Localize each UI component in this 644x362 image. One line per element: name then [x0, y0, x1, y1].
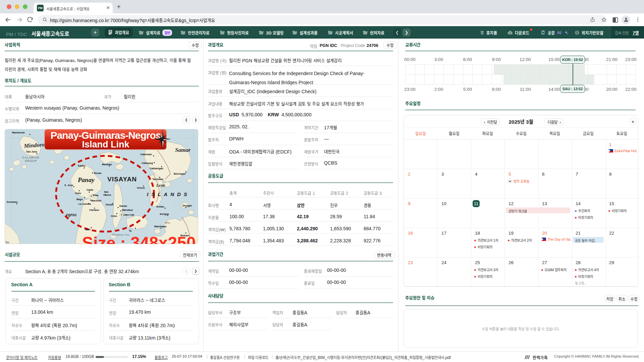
svg-text:Borongan: Borongan [174, 172, 186, 175]
svg-text:Lapu-Lap: Lapu-Lap [123, 213, 134, 216]
svg-text:VISAYAN: VISAYAN [107, 176, 137, 183]
svg-text:Size : 348x250: Size : 348x250 [82, 234, 196, 244]
svg-text:Canlaon: Canlaon [89, 208, 99, 212]
svg-text:Bago: Bago [76, 198, 83, 201]
svg-text:CALAMIAN: CALAMIAN [22, 156, 39, 159]
svg-text:Catarman: Catarman [140, 153, 152, 156]
svg-text:San: San [104, 190, 109, 193]
svg-text:Masbate: Masbate [102, 163, 112, 166]
svg-text:Cadiz: Cadiz [87, 188, 93, 191]
svg-text:Iloilo: Iloilo [75, 192, 81, 195]
svg-text:Su: Su [5, 240, 9, 244]
svg-text:La Carlota: La Carlota [78, 202, 91, 205]
svg-text:egros: egros [66, 212, 77, 217]
svg-text:Bacolod: Bacolod [91, 199, 101, 202]
svg-text:Mandaue: Mandaue [122, 208, 133, 212]
svg-text:Surigao: Surigao [160, 213, 169, 216]
svg-text:Dinagat: Dinagat [182, 204, 192, 207]
svg-text:Silay: Silay [93, 194, 99, 197]
svg-text:Dumaran: Dumaran [7, 200, 18, 203]
svg-text:Anilao: Anilao [156, 205, 164, 208]
svg-text:Mamburao: Mamburao [12, 131, 25, 134]
svg-text:San Jose: San Jose [26, 150, 37, 153]
svg-text:Tacloban: Tacloban [152, 178, 163, 181]
svg-text:ISLANDS: ISLANDS [147, 191, 190, 197]
svg-text:Danao: Danao [119, 204, 127, 207]
svg-text:Samar: Samar [175, 147, 191, 153]
svg-text:Cebu: Cebu [111, 215, 117, 218]
svg-text:Mambajao: Mambajao [154, 225, 167, 228]
svg-text:Calbayog: Calbayog [142, 162, 153, 165]
svg-text:Ormoc: Ormoc [137, 186, 145, 189]
svg-text:Bais: Bais [85, 228, 91, 231]
svg-text:Leyte: Leyte [156, 183, 165, 188]
svg-text:Island Link: Island Link [82, 139, 129, 149]
svg-text:Panay: Panay [77, 176, 95, 183]
svg-text:Ta: Ta [129, 229, 132, 232]
svg-text:Kalibo: Kalibo [78, 164, 86, 167]
svg-text:Roxas: Roxas [94, 172, 102, 175]
svg-text:S. Jose: S. Jose [64, 184, 73, 187]
svg-text:Catbalogan: Catbalogan [150, 167, 163, 170]
svg-text:Toledo: Toledo [105, 203, 113, 206]
svg-text:GROUP: GROUP [25, 159, 37, 163]
svg-text:ferry: ferry [165, 221, 170, 224]
svg-text:Carlos: Carlos [103, 193, 111, 196]
